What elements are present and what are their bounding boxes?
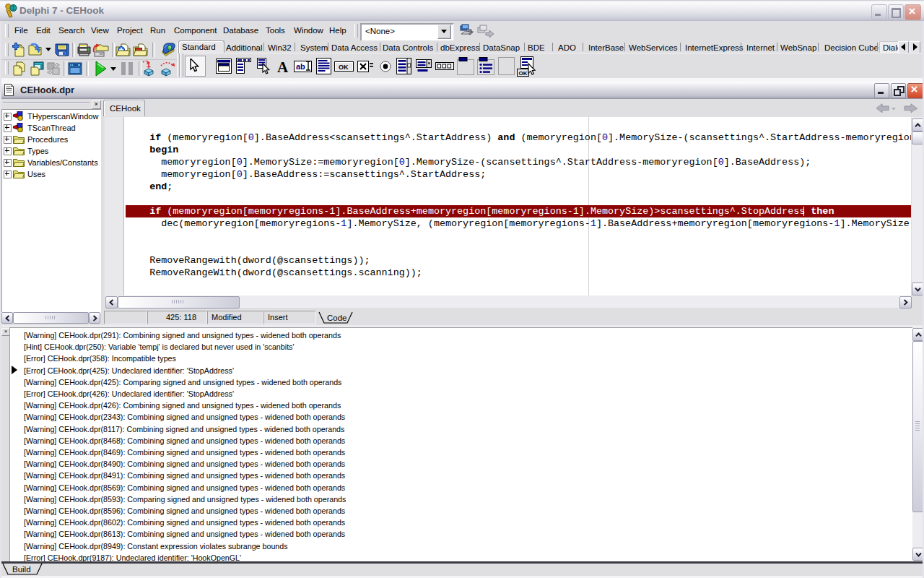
svg-text:OK: OK	[519, 70, 528, 77]
svg-text:OK: OK	[339, 64, 349, 71]
svg-text:Code: Code	[327, 314, 347, 322]
svg-text:ab: ab	[296, 62, 305, 71]
svg-text:Build: Build	[12, 565, 31, 574]
